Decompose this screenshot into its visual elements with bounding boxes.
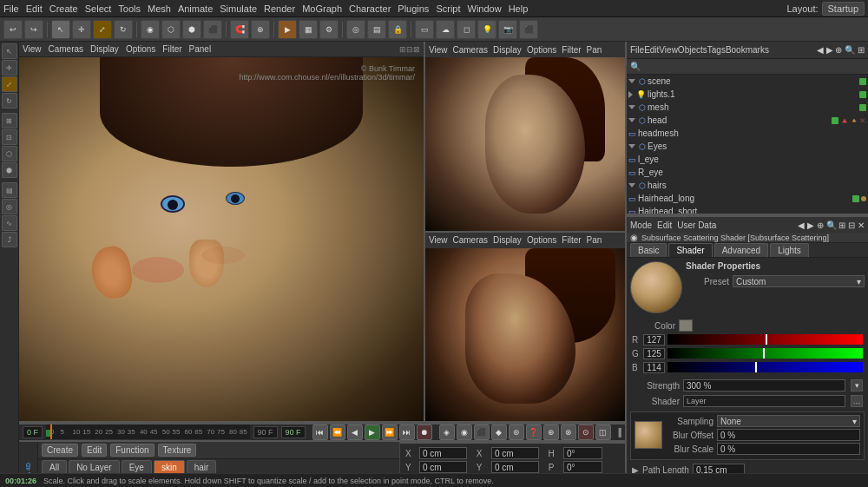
b-value[interactable]: 114 — [643, 362, 665, 373]
undo-button[interactable]: ↩ — [3, 20, 23, 39]
sampling-dropdown[interactable]: None ▾ — [717, 415, 860, 427]
tree-row-hairshort[interactable]: ▭ Hairhead_short — [627, 205, 868, 215]
shader-tab-basic[interactable]: Basic — [630, 243, 667, 257]
color-swatch[interactable] — [679, 319, 693, 332]
floor-button[interactable]: ▭ — [415, 20, 434, 39]
layer-tab-eye[interactable]: Eye — [122, 460, 152, 473]
svp2-tab-options[interactable]: Options — [527, 235, 556, 245]
step-forward-button[interactable]: ⏩ — [382, 424, 398, 440]
coord-y-pos[interactable] — [419, 461, 467, 473]
userdata-btn[interactable]: User Data — [677, 220, 716, 230]
shader-tab-advanced[interactable]: Advanced — [714, 243, 768, 257]
lock-axis-button[interactable]: 🔒 — [388, 20, 407, 39]
coord-y-rot[interactable] — [491, 461, 539, 473]
go-start-button[interactable]: ⏮ — [312, 424, 328, 440]
poly-mode-button[interactable]: ⬛ — [203, 20, 222, 39]
coord-h-scale[interactable] — [563, 447, 602, 459]
tree-row-hairs[interactable]: ⬡ hairs — [627, 179, 868, 192]
menu-plugins[interactable]: Plugins — [398, 3, 429, 14]
timeline-icon-8[interactable]: ⊗ — [561, 424, 576, 440]
go-end-button[interactable]: ⏭ — [399, 424, 415, 440]
menu-file[interactable]: File — [3, 3, 19, 14]
svp1-tab-options[interactable]: Options — [527, 45, 556, 55]
play-reverse-button[interactable]: ◀ — [347, 424, 363, 440]
coord-x-rot[interactable] — [491, 447, 539, 459]
select-tool-button[interactable]: ↖ — [51, 20, 70, 39]
menu-render[interactable]: Render — [264, 3, 295, 14]
vp-tab-cameras[interactable]: Cameras — [49, 44, 84, 54]
menu-script[interactable]: Script — [436, 3, 460, 14]
svp2-tab-display[interactable]: Display — [493, 235, 522, 245]
rp-file[interactable]: File — [630, 45, 644, 55]
menu-animate[interactable]: Animate — [178, 3, 213, 14]
tree-row-eyes[interactable]: ⬡ Eyes — [627, 140, 868, 153]
function-button[interactable]: Function — [110, 444, 154, 457]
edit-btn[interactable]: Edit — [657, 220, 672, 230]
tree-row-reye[interactable]: ▭ R_eye — [627, 166, 868, 179]
redo-button[interactable]: ↪ — [24, 20, 43, 39]
menu-select[interactable]: Select — [85, 3, 112, 14]
tree-row-hairlong[interactable]: ▭ Hairhead_long — [627, 192, 868, 205]
sky-button[interactable]: ☁ — [436, 20, 455, 39]
g-value[interactable]: 125 — [643, 348, 665, 359]
rp-bookmarks[interactable]: Bookmarks — [726, 45, 769, 55]
timeline-icon-10[interactable]: ◫ — [595, 424, 611, 440]
rotate-tool-button[interactable]: ↻ — [114, 20, 133, 39]
menu-help[interactable]: Help — [509, 3, 529, 14]
vp-tab-options[interactable]: Options — [126, 44, 155, 54]
b-bar[interactable] — [667, 362, 863, 372]
render-button[interactable]: ▶ — [278, 20, 297, 39]
left-icon-10[interactable]: ◎ — [2, 199, 17, 214]
timeline-icon-5[interactable]: ⊛ — [509, 424, 524, 440]
coord-p-scale[interactable] — [563, 461, 602, 473]
instance-button[interactable]: ⬛ — [519, 20, 538, 39]
menu-window[interactable]: Window — [468, 3, 502, 14]
texture-button[interactable]: Texture — [158, 444, 197, 457]
timeline-icon-9[interactable]: ⊙ — [578, 424, 594, 440]
tree-row-lights[interactable]: 💡 lights.1 — [627, 88, 868, 101]
left-icon-8[interactable]: ⬢ — [2, 162, 17, 178]
play-button[interactable]: ▶ — [365, 424, 380, 440]
timeline-icon-7[interactable]: ⊕ — [543, 424, 559, 440]
strength-arrow[interactable]: ▾ — [851, 379, 863, 392]
rp-tags[interactable]: Tags — [707, 45, 726, 55]
svp1-tab-view[interactable]: View — [429, 45, 448, 55]
light-button[interactable]: 💡 — [477, 20, 496, 39]
svp2-tab-filter[interactable]: Filter — [562, 235, 581, 245]
render-settings-button[interactable]: ⚙ — [319, 20, 339, 39]
tree-row-leye[interactable]: ▭ l_eye — [627, 153, 868, 166]
rp-view[interactable]: View — [659, 45, 678, 55]
step-back-button[interactable]: ⏪ — [330, 424, 345, 440]
layer-tab-hair[interactable]: hair — [187, 460, 217, 473]
scale-tool-button[interactable]: ⤢ — [93, 20, 112, 39]
move-tool-button[interactable]: ✛ — [72, 20, 91, 39]
points-mode-button[interactable]: ⬡ — [161, 20, 181, 39]
shader-field[interactable]: Layer — [683, 395, 845, 407]
shader-tab-shader[interactable]: Shader — [668, 243, 712, 257]
left-icon-scale[interactable]: ⤢ — [2, 76, 17, 92]
r-value[interactable]: 127 — [643, 334, 665, 346]
g-bar[interactable] — [667, 348, 863, 359]
r-bar[interactable] — [667, 334, 863, 345]
preset-dropdown[interactable]: Custom ▾ — [733, 275, 865, 287]
coord-x-pos[interactable] — [419, 447, 467, 459]
svp1-tab-cameras[interactable]: Cameras — [453, 45, 489, 55]
menu-tools[interactable]: Tools — [118, 3, 141, 14]
left-icon-6[interactable]: ⊡ — [2, 129, 17, 145]
rp-objects[interactable]: Objects — [678, 45, 707, 55]
tree-row-headmesh[interactable]: ▭ headmesh — [627, 127, 868, 140]
mode-btn[interactable]: Mode — [630, 220, 652, 230]
svp1-tab-display[interactable]: Display — [493, 45, 522, 55]
blur-scale-field[interactable]: 0 % — [717, 443, 860, 455]
tree-row-mesh[interactable]: ⬡ mesh — [627, 101, 868, 114]
menu-edit[interactable]: Edit — [26, 3, 43, 14]
layer-tab-all[interactable]: All — [42, 460, 67, 473]
left-icon-select[interactable]: ↖ — [2, 43, 17, 59]
svp1-tab-pan[interactable]: Pan — [587, 45, 602, 55]
render-region-button[interactable]: ▦ — [299, 20, 318, 39]
create-button[interactable]: Create — [42, 444, 78, 457]
vp-tab-filter[interactable]: Filter — [162, 44, 181, 54]
tree-row-head[interactable]: ⬡ head ✕ — [627, 114, 868, 127]
tree-row-scene[interactable]: ⬡ scene — [627, 75, 868, 88]
viewport-solo-button[interactable]: ◎ — [346, 20, 365, 39]
